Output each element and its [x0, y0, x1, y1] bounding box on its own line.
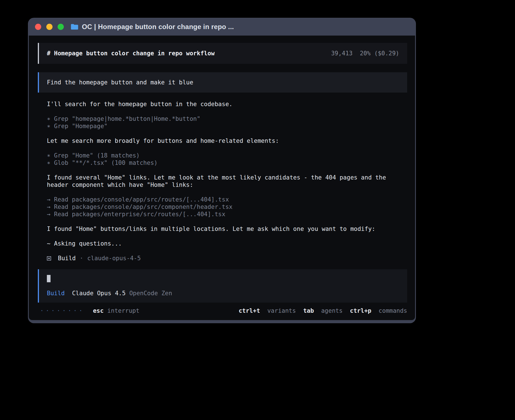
agent-model: claude-opus-4-5 — [87, 255, 141, 262]
agent-info-line: Build · claude-opus-4-5 — [38, 255, 407, 262]
text-cursor — [47, 275, 51, 282]
tool-call-group: ∗ Grep "Home" (18 matches) ∗ Glob "**/*.… — [38, 152, 407, 167]
user-message-text: Find the homepage button and make it blu… — [47, 79, 193, 86]
close-button[interactable] — [35, 24, 41, 30]
tool-call-group: → Read packages/console/app/src/routes/[… — [38, 196, 407, 218]
input-model-label: Claude Opus 4.5 — [72, 290, 126, 297]
window-title: OC | Homepage button color change in rep… — [82, 23, 234, 31]
folder-icon — [71, 24, 78, 30]
shortcut-hint-commands: ctrl+p commands — [350, 307, 407, 314]
assistant-text: I found "Home" buttons/links in multiple… — [38, 225, 407, 233]
spinner-dots: ········ — [40, 307, 84, 314]
terminal-window: OC | Homepage button color change in rep… — [28, 18, 416, 323]
user-message: Find the homepage button and make it blu… — [38, 72, 407, 93]
ctrl-p-key: ctrl+p — [350, 307, 371, 314]
shortcut-hint-agents: tab agents — [303, 307, 342, 314]
tool-call-glob: ∗ Glob "**/*.tsx" (100 matches) — [47, 159, 407, 167]
assistant-text: Let me search more broadly for buttons a… — [38, 137, 407, 145]
tool-call-read: → Read packages/console/app/src/routes/[… — [47, 196, 407, 203]
statusbar: ········ esc interrupt ctrl+t variants t… — [38, 307, 407, 315]
agents-label: agents — [321, 307, 342, 314]
esc-key-hint: esc — [93, 307, 104, 314]
input-meta: Build Claude Opus 4.5 OpenCode Zen — [47, 290, 399, 297]
titlebar[interactable]: OC | Homepage button color change in rep… — [29, 18, 415, 36]
tool-call-grep: ∗ Grep "Home" (18 matches) — [47, 152, 407, 159]
session-cost: ($0.29) — [374, 50, 399, 57]
variants-label: variants — [267, 307, 296, 314]
tool-call-group: ∗ Grep "homepage|home.*button|Home.*butt… — [38, 115, 407, 130]
terminal-content: # Homepage button color change in repo w… — [29, 36, 415, 320]
assistant-text: I'll search for the homepage button in t… — [38, 100, 407, 108]
assistant-text: I found several "Home" links. Let me loo… — [38, 174, 407, 189]
commands-label: commands — [379, 307, 407, 314]
minimize-button[interactable] — [46, 24, 53, 30]
input-provider-label: OpenCode Zen — [129, 290, 172, 297]
session-stats: 39,413 20% ($0.29) — [331, 50, 399, 57]
statusbar-left: ········ esc interrupt — [40, 307, 139, 314]
desktop-background: OC | Homepage button color change in rep… — [0, 0, 515, 420]
tool-call-read: → Read packages/console/app/src/componen… — [47, 203, 407, 211]
tool-call-grep: ∗ Grep "Homepage" — [47, 123, 407, 130]
context-percent: 20% — [360, 50, 371, 57]
agent-separator: · — [80, 255, 83, 262]
input-mode-label: Build — [47, 290, 65, 297]
tool-call-grep: ∗ Grep "homepage|home.*button|Home.*butt… — [47, 115, 407, 123]
shortcut-hint-variants: ctrl+t variants — [239, 307, 296, 314]
agent-name: Build — [58, 255, 76, 262]
tool-call-read: → Read packages/enterprise/src/routes/[.… — [47, 211, 407, 218]
token-count: 39,413 — [331, 50, 353, 57]
session-title: # Homepage button color change in repo w… — [47, 50, 215, 57]
session-header: # Homepage button color change in repo w… — [38, 43, 407, 64]
asking-status: ~ Asking questions... — [38, 240, 407, 247]
traffic-lights — [35, 24, 64, 30]
agent-icon — [47, 256, 51, 261]
tab-key: tab — [303, 307, 314, 314]
ctrl-t-key: ctrl+t — [239, 307, 260, 314]
prompt-input[interactable]: Build Claude Opus 4.5 OpenCode Zen — [38, 269, 407, 303]
zoom-button[interactable] — [58, 24, 64, 30]
prompt-input-line[interactable] — [47, 275, 399, 282]
esc-key-label: interrupt — [107, 307, 139, 314]
statusbar-right: ctrl+t variants tab agents ctrl+p comman… — [231, 307, 407, 314]
